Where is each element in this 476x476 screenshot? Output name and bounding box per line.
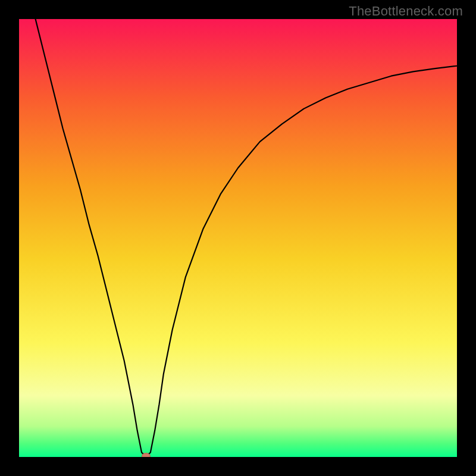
plot-area (19, 19, 457, 457)
watermark-text: TheBottleneck.com (349, 4, 463, 19)
gradient-background (19, 19, 457, 457)
chart-container: TheBottleneck.com (0, 0, 476, 476)
optimal-point-marker (142, 453, 150, 457)
chart-svg (19, 19, 457, 457)
